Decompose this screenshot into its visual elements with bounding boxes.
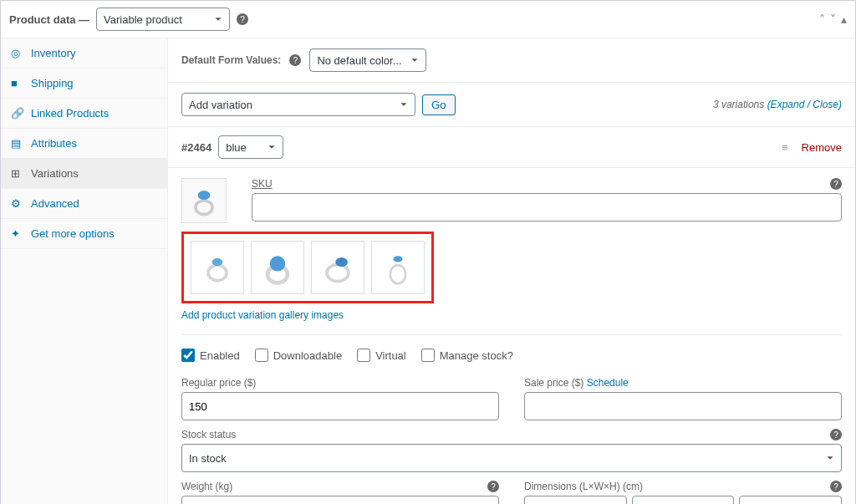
- sale-price-label: Sale price ($) Schedule: [524, 377, 842, 389]
- advanced-icon: ⚙: [11, 197, 24, 210]
- svg-point-8: [390, 265, 405, 283]
- gallery-image-3[interactable]: [311, 241, 364, 294]
- sidebar-item-attributes[interactable]: ▤ Attributes: [1, 129, 167, 159]
- svg-point-6: [327, 264, 349, 281]
- go-button[interactable]: Go: [422, 94, 456, 115]
- regular-price-label: Regular price ($): [181, 377, 499, 389]
- regular-price-input[interactable]: [181, 392, 499, 420]
- sidebar-item-label: Shipping: [31, 77, 74, 89]
- main-content: Default Form Values: ? No default color.…: [168, 38, 855, 504]
- variation-id: #2464: [181, 141, 211, 154]
- attributes-icon: ▤: [11, 137, 24, 150]
- gallery-highlight: [181, 232, 434, 303]
- enabled-checkbox-label[interactable]: Enabled: [181, 349, 240, 362]
- enabled-checkbox[interactable]: [181, 349, 195, 362]
- sidebar-item-get-more-options[interactable]: ✦ Get more options: [1, 219, 167, 249]
- drag-handle-icon[interactable]: ≡: [782, 141, 788, 154]
- sku-help-icon[interactable]: ?: [830, 178, 842, 190]
- default-form-label: Default Form Values:: [181, 54, 281, 66]
- manage-stock-checkbox-label[interactable]: Manage stock?: [421, 349, 513, 362]
- more-icon: ✦: [11, 227, 24, 240]
- panel-header: Product data — Variable product ? ˄ ˅ ▴: [1, 1, 855, 38]
- linked-icon: 🔗: [11, 107, 24, 120]
- height-input[interactable]: [739, 496, 842, 504]
- weight-help-icon[interactable]: ?: [487, 481, 499, 492]
- downloadable-checkbox[interactable]: [255, 349, 268, 362]
- svg-point-2: [208, 265, 227, 280]
- product-type-help-icon[interactable]: ?: [237, 13, 248, 25]
- default-form-help-icon[interactable]: ?: [289, 54, 301, 66]
- add-variation-select[interactable]: Add variation: [181, 93, 415, 116]
- manage-stock-checkbox[interactable]: [421, 349, 435, 362]
- sidebar-item-variations[interactable]: ⊞ Variations: [1, 159, 167, 189]
- variation-main-image[interactable]: [181, 178, 227, 223]
- inventory-icon: ◎: [11, 47, 24, 59]
- ring-image: [185, 181, 223, 220]
- stock-status-select[interactable]: In stock: [181, 444, 842, 472]
- virtual-checkbox[interactable]: [357, 349, 370, 362]
- default-form-select[interactable]: No default color...: [309, 48, 426, 72]
- collapse-up-icon[interactable]: ˄: [819, 13, 825, 26]
- remove-variation-link[interactable]: Remove: [802, 141, 842, 154]
- sidebar-item-label: Linked Products: [31, 107, 109, 120]
- sidebar-item-label: Variations: [31, 167, 79, 180]
- stock-status-label: Stock status: [181, 429, 236, 440]
- dimensions-help-icon[interactable]: ?: [830, 481, 842, 492]
- sidebar-item-label: Inventory: [31, 47, 75, 59]
- svg-point-0: [196, 201, 212, 215]
- length-input[interactable]: [524, 496, 627, 504]
- sku-input[interactable]: [252, 193, 842, 221]
- sidebar-item-label: Advanced: [31, 197, 79, 210]
- shipping-icon: ■: [11, 77, 24, 89]
- virtual-checkbox-label[interactable]: Virtual: [357, 349, 406, 362]
- gallery-image-4[interactable]: [371, 241, 425, 294]
- variations-count: 3 variations (Expand / Close): [713, 99, 842, 110]
- product-data-title: Product data —: [9, 13, 89, 26]
- sidebar: ◎ Inventory ■ Shipping 🔗 Linked Products…: [1, 38, 168, 504]
- weight-label: Weight (kg): [181, 481, 232, 492]
- product-data-panel: Product data — Variable product ? ˄ ˅ ▴ …: [0, 0, 856, 504]
- toggle-icon[interactable]: ▴: [841, 13, 847, 26]
- product-type-select[interactable]: Variable product: [96, 8, 230, 31]
- svg-point-3: [212, 258, 223, 266]
- weight-input[interactable]: [181, 496, 499, 504]
- stock-status-help-icon[interactable]: ?: [830, 429, 842, 440]
- sidebar-item-advanced[interactable]: ⚙ Advanced: [1, 189, 167, 219]
- svg-point-5: [270, 256, 285, 271]
- dimensions-label: Dimensions (L×W×H) (cm): [524, 481, 643, 492]
- width-input[interactable]: [632, 496, 735, 504]
- sku-label: SKU: [252, 178, 273, 190]
- variation-color-select[interactable]: blue: [218, 135, 283, 159]
- svg-point-1: [198, 191, 211, 200]
- expand-close-link[interactable]: (Expand / Close): [767, 99, 842, 110]
- collapse-down-icon[interactable]: ˅: [830, 13, 836, 26]
- sidebar-item-linked-products[interactable]: 🔗 Linked Products: [1, 99, 167, 129]
- gallery-image-2[interactable]: [251, 241, 304, 294]
- schedule-link[interactable]: Schedule: [587, 377, 629, 389]
- downloadable-checkbox-label[interactable]: Downloadable: [255, 349, 342, 362]
- sidebar-item-shipping[interactable]: ■ Shipping: [1, 69, 167, 99]
- variations-icon: ⊞: [11, 167, 24, 180]
- svg-point-7: [335, 257, 348, 267]
- svg-point-9: [393, 256, 402, 262]
- sidebar-item-label: Attributes: [31, 137, 77, 150]
- gallery-image-1[interactable]: [191, 241, 244, 294]
- sidebar-item-label: Get more options: [31, 227, 115, 240]
- add-gallery-link[interactable]: Add product variation gallery images: [181, 309, 344, 321]
- sidebar-item-inventory[interactable]: ◎ Inventory: [1, 38, 167, 69]
- sale-price-input[interactable]: [524, 392, 842, 420]
